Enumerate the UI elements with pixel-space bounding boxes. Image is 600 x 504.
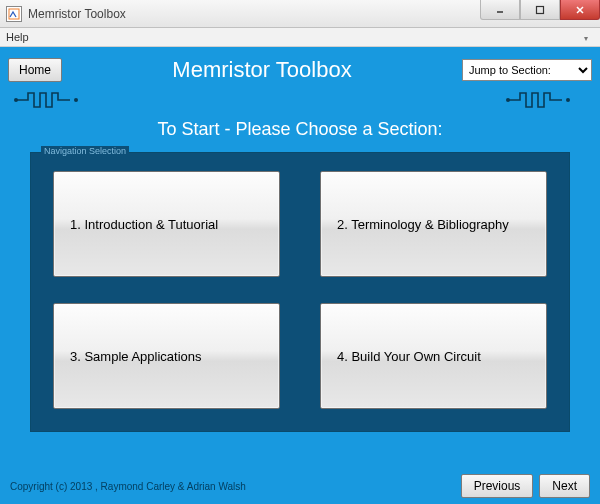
window-title: Memristor Toolbox <box>28 7 126 21</box>
memristor-glyph-left-icon <box>14 89 94 111</box>
nav-button-label: 2. Terminology & Bibliography <box>337 217 509 232</box>
menubar-grip-icon: ▾ <box>584 34 594 40</box>
nav-button-sample-applications[interactable]: 3. Sample Applications <box>53 303 280 409</box>
window-titlebar: Memristor Toolbox <box>0 0 600 28</box>
nav-button-introduction[interactable]: 1. Introduction & Tutuorial <box>53 171 280 277</box>
nav-button-build-circuit[interactable]: 4. Build Your Own Circuit <box>320 303 547 409</box>
nav-button-terminology[interactable]: 2. Terminology & Bibliography <box>320 171 547 277</box>
svg-point-7 <box>506 98 510 102</box>
svg-point-6 <box>74 98 78 102</box>
next-button[interactable]: Next <box>539 474 590 498</box>
svg-rect-2 <box>537 6 544 13</box>
navigation-panel-legend: Navigation Selection <box>41 146 129 156</box>
main-panel: Home Memristor Toolbox Jump to Section: … <box>0 47 600 504</box>
nav-button-label: 1. Introduction & Tutuorial <box>70 217 218 232</box>
window-minimize-button[interactable] <box>480 0 520 20</box>
memristor-glyph-right-icon <box>506 89 586 111</box>
app-icon <box>6 6 22 22</box>
svg-point-5 <box>14 98 18 102</box>
copyright-text: Copyright (c) 2013 , Raymond Carley & Ad… <box>10 481 455 492</box>
window-close-button[interactable] <box>560 0 600 20</box>
window-maximize-button[interactable] <box>520 0 560 20</box>
menu-help[interactable]: Help <box>6 31 29 43</box>
svg-point-8 <box>566 98 570 102</box>
app-title: Memristor Toolbox <box>62 57 462 83</box>
previous-button[interactable]: Previous <box>461 474 534 498</box>
menubar: Help ▾ <box>0 28 600 47</box>
jump-to-section-select[interactable]: Jump to Section: <box>462 59 592 81</box>
navigation-panel: Navigation Selection 1. Introduction & T… <box>30 152 570 432</box>
nav-button-label: 4. Build Your Own Circuit <box>337 349 481 364</box>
page-subtitle: To Start - Please Choose a Section: <box>8 119 592 140</box>
home-button[interactable]: Home <box>8 58 62 82</box>
nav-button-label: 3. Sample Applications <box>70 349 202 364</box>
